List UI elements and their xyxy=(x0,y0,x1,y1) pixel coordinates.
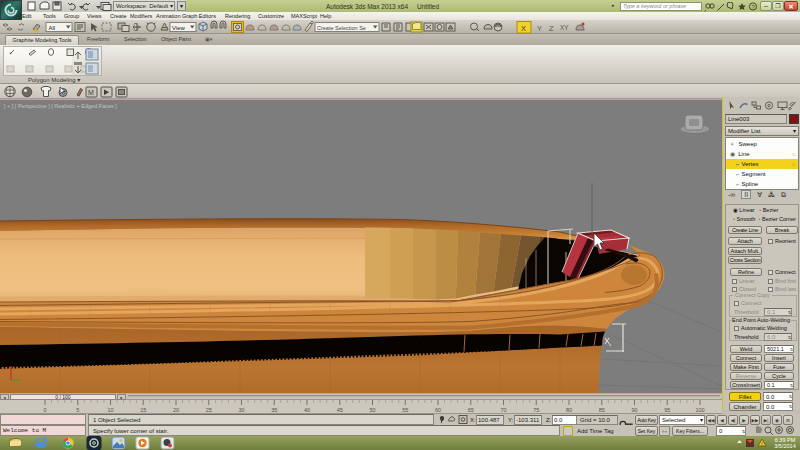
svg-text:45: 45 xyxy=(337,407,343,413)
svg-text:70: 70 xyxy=(500,407,506,413)
svg-text:All: All xyxy=(49,25,56,31)
svg-text:50: 50 xyxy=(369,407,375,413)
svg-text:0: 0 xyxy=(43,407,46,413)
svg-text:85: 85 xyxy=(599,407,605,413)
svg-text:Polygon Modeling ▾: Polygon Modeling ▾ xyxy=(28,77,80,83)
svg-text:X: X xyxy=(521,24,526,33)
svg-text:View: View xyxy=(172,25,186,31)
svg-text:55: 55 xyxy=(402,407,408,413)
svg-text:Create Selection Se: Create Selection Se xyxy=(317,25,366,31)
svg-text:10: 10 xyxy=(107,407,113,413)
svg-text:25: 25 xyxy=(206,407,212,413)
svg-text:95: 95 xyxy=(664,407,670,413)
svg-text:15: 15 xyxy=(140,407,146,413)
svg-text:Z: Z xyxy=(549,24,554,33)
svg-text:Y: Y xyxy=(537,24,542,33)
svg-text:20: 20 xyxy=(173,407,179,413)
svg-text:100: 100 xyxy=(695,407,704,413)
svg-text:80: 80 xyxy=(566,407,572,413)
svg-text:40: 40 xyxy=(304,407,310,413)
svg-text:65: 65 xyxy=(468,407,474,413)
svg-text:30: 30 xyxy=(238,407,244,413)
svg-text:60: 60 xyxy=(435,407,441,413)
svg-text:XY: XY xyxy=(560,24,569,31)
svg-text:M: M xyxy=(88,89,94,96)
svg-text:5: 5 xyxy=(76,407,79,413)
svg-text:75: 75 xyxy=(533,407,539,413)
svg-text:35: 35 xyxy=(271,407,277,413)
svg-text:90: 90 xyxy=(631,407,637,413)
